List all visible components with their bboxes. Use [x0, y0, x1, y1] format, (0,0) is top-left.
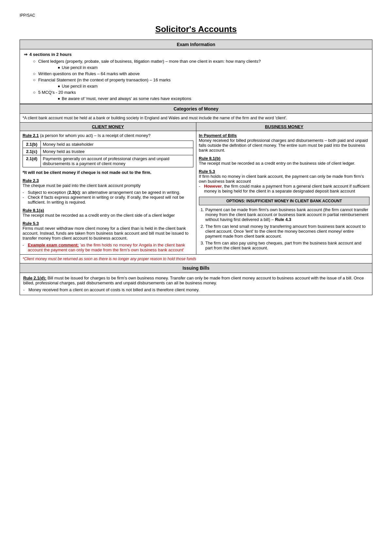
option-1: Payment can be made from firm's own busi… [205, 207, 370, 222]
options-box: OPTIONS: INSUFFICIENT MONEY IN CLIENT BA… [199, 197, 370, 250]
categories-header: Categories of Money [173, 106, 219, 111]
issuing-bills-content: Rule 2.1(d): Bill must be issued for cha… [23, 276, 369, 292]
page-title: Solicitor's Accounts [20, 24, 372, 34]
option-3: The firm can also pay using two cheques,… [205, 241, 370, 250]
rule-53-client: Rule 5.3 Firms must never withdraw more … [23, 221, 193, 252]
rule-21: Rule 2.1 (a person for whom you act) – I… [23, 133, 193, 138]
issuing-bills-header: Issuing Bills [183, 265, 209, 271]
in-payment-bills: In Payment of Bills Money received for b… [199, 133, 370, 153]
rule-53-business: Rule 5.3 If firm holds no money in clien… [199, 169, 370, 193]
exam-info-header: Exam Information [177, 42, 215, 47]
business-money-header: BUSINESS MONEY [265, 124, 303, 129]
exam-info-content: 4 sections in 2 hours Client ledgers (pr… [24, 52, 368, 101]
bottom-note: *Client money must be returned as soon a… [23, 257, 196, 261]
client-money-header: CLIENT MONEY [92, 124, 124, 129]
rule-23: Rule 2.3 The cheque must be paid into th… [23, 178, 193, 205]
firm-note: *It will not be client money if cheque i… [23, 170, 193, 175]
rule-81b: Rule 8.1(b) The receipt must be recorded… [199, 156, 370, 166]
rule-81a: Rule 8.1(a) The receipt must be recorded… [23, 208, 193, 218]
header-ref: IPP/SAC [20, 13, 372, 18]
option-2: The firm can lend small money by transfe… [205, 224, 370, 239]
categories-note: *A client bank account must be held at a… [23, 116, 287, 120]
